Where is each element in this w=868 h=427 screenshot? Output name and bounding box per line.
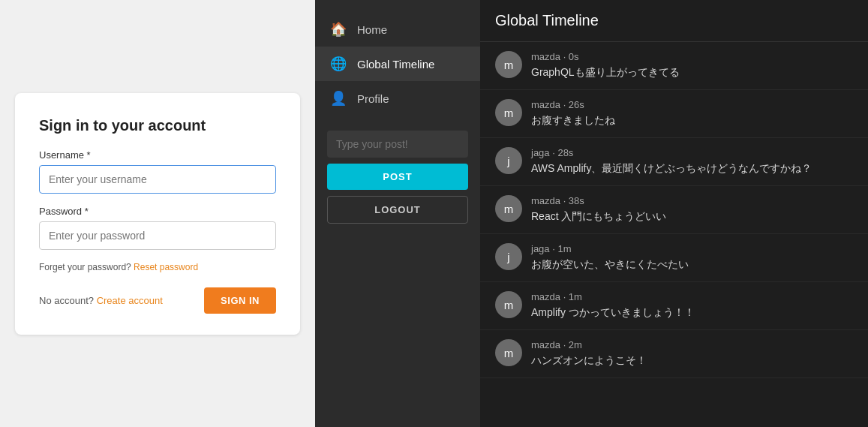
timeline-content: jaga · 1m お腹が空いた、やきにくたべたい xyxy=(531,243,853,272)
timeline-list: m mazda · 0s GraphQLも盛り上がってきてる m mazda ·… xyxy=(480,42,868,427)
avatar: m xyxy=(495,195,522,222)
timeline-text: Amplify つかっていきましょう！！ xyxy=(531,305,853,320)
timeline-content: mazda · 38s React 入門にもちょうどいい xyxy=(531,195,853,224)
timeline-text: お腹すきましたね xyxy=(531,113,853,128)
timeline-meta: mazda · 26s xyxy=(531,99,853,110)
login-footer: No account? Create account SIGN IN xyxy=(39,287,276,314)
timeline-text: GraphQLも盛り上がってきてる xyxy=(531,65,853,80)
post-input[interactable] xyxy=(327,131,468,158)
sidebar-label-profile: Profile xyxy=(357,92,389,105)
timeline-content: mazda · 26s お腹すきましたね xyxy=(531,99,853,128)
create-account-link[interactable]: Create account xyxy=(97,295,163,306)
login-card: Sign in to your account Username * Passw… xyxy=(15,93,300,335)
timeline-meta: mazda · 0s xyxy=(531,51,853,62)
post-area: POST LOGOUT xyxy=(315,122,480,233)
login-title: Sign in to your account xyxy=(39,117,276,134)
globe-icon: 🌐 xyxy=(330,56,347,72)
timeline-meta: mazda · 38s xyxy=(531,195,853,206)
reset-password-link[interactable]: Reset password xyxy=(134,262,198,272)
timeline-text: React 入門にもちょうどいい xyxy=(531,209,853,224)
username-group: Username * xyxy=(39,149,276,194)
avatar: m xyxy=(495,99,522,126)
avatar: m xyxy=(495,51,522,78)
logout-button[interactable]: LOGOUT xyxy=(327,196,468,224)
timeline-item: m mazda · 26s お腹すきましたね xyxy=(480,90,868,138)
forgot-password-text: Forget your password? Reset password xyxy=(39,262,276,272)
timeline-text: お腹が空いた、やきにくたべたい xyxy=(531,257,853,272)
profile-icon: 👤 xyxy=(330,90,347,107)
right-panel: 🏠 Home 🌐 Global Timeline 👤 Profile POST … xyxy=(315,0,868,427)
timeline-item: m mazda · 2m ハンズオンにようこそ！ xyxy=(480,330,868,378)
timeline-panel: Global Timeline m mazda · 0s GraphQLも盛り上… xyxy=(480,0,868,427)
avatar: m xyxy=(495,339,522,366)
timeline-meta: mazda · 2m xyxy=(531,339,853,350)
password-label: Password * xyxy=(39,206,276,217)
sidebar: 🏠 Home 🌐 Global Timeline 👤 Profile POST … xyxy=(315,0,480,427)
sidebar-item-global-timeline[interactable]: 🌐 Global Timeline xyxy=(315,47,480,81)
username-label: Username * xyxy=(39,149,276,161)
sidebar-label-global-timeline: Global Timeline xyxy=(357,58,434,71)
post-button[interactable]: POST xyxy=(327,164,468,190)
avatar: j xyxy=(495,243,522,270)
password-group: Password * xyxy=(39,206,276,250)
sidebar-item-profile[interactable]: 👤 Profile xyxy=(315,81,480,116)
timeline-item: m mazda · 1m Amplify つかっていきましょう！！ xyxy=(480,282,868,330)
sign-in-button[interactable]: SIGN IN xyxy=(204,287,276,314)
timeline-text: ハンズオンにようこそ！ xyxy=(531,353,853,368)
username-input[interactable] xyxy=(39,165,276,194)
password-input[interactable] xyxy=(39,221,276,250)
timeline-content: mazda · 1m Amplify つかっていきましょう！！ xyxy=(531,291,853,320)
timeline-content: jaga · 28s AWS Amplify、最近聞くけどぶっちゃけどうなんです… xyxy=(531,147,853,176)
sidebar-label-home: Home xyxy=(357,23,387,36)
timeline-item: m mazda · 0s GraphQLも盛り上がってきてる xyxy=(480,42,868,90)
timeline-title: Global Timeline xyxy=(480,0,868,42)
timeline-content: mazda · 2m ハンズオンにようこそ！ xyxy=(531,339,853,368)
no-account-text: No account? Create account xyxy=(39,295,163,306)
sidebar-item-home[interactable]: 🏠 Home xyxy=(315,12,480,47)
timeline-item: j jaga · 28s AWS Amplify、最近聞くけどぶっちゃけどうなん… xyxy=(480,138,868,186)
timeline-text: AWS Amplify、最近聞くけどぶっちゃけどうなんですかね？ xyxy=(531,161,853,176)
login-panel: Sign in to your account Username * Passw… xyxy=(0,0,315,427)
timeline-meta: jaga · 1m xyxy=(531,243,853,254)
home-icon: 🏠 xyxy=(330,21,347,38)
timeline-content: mazda · 0s GraphQLも盛り上がってきてる xyxy=(531,51,853,80)
timeline-meta: mazda · 1m xyxy=(531,291,853,302)
avatar: j xyxy=(495,147,522,174)
timeline-item: j jaga · 1m お腹が空いた、やきにくたべたい xyxy=(480,234,868,282)
timeline-meta: jaga · 28s xyxy=(531,147,853,158)
timeline-item: m mazda · 38s React 入門にもちょうどいい xyxy=(480,186,868,234)
avatar: m xyxy=(495,291,522,318)
